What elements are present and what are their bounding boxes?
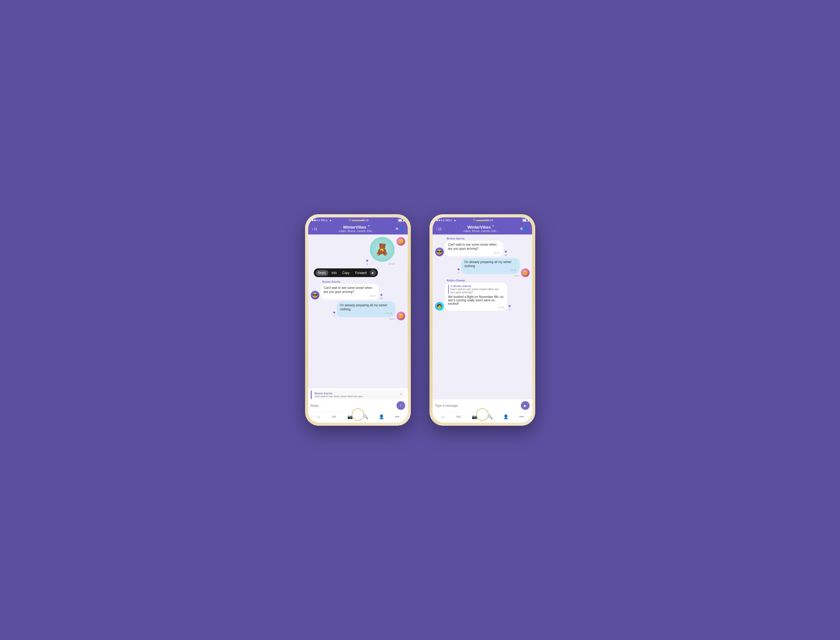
sticker-image: 🧸 [370, 237, 395, 262]
sender-bruno-left: Bruno Garcia [323, 280, 383, 283]
message-row-outgoing-right: 😊 ♥ 2 I'm already preparing all my winte… [435, 258, 530, 277]
heart-bruno-left[interactable]: ♥ 12 [380, 292, 382, 299]
message-row-bruno: 😎 Bruno Garcia Can't wait to see some sn… [311, 280, 405, 299]
context-play-icon[interactable]: ▶ [370, 270, 376, 276]
sticker-heart[interactable]: ♥ 2 [366, 258, 368, 265]
robin-message-text: We booked a flight on November 8th..so w… [448, 295, 504, 306]
message-row-outgoing-left: 😊 ♥ 2 I'm already preparing all my winte… [311, 301, 405, 320]
heart-count-bruno-left: 12 [380, 297, 382, 299]
bubble-outgoing-right: I'm already preparing all my winter clot… [461, 258, 520, 274]
signal-dot-r3 [441, 219, 442, 221]
nav-bar-left: ‹ 11 WinterVibes ˅ Adam, Bruno, Camiia, … [308, 223, 408, 235]
nav-right-left[interactable]: ⊕ 👤 [395, 227, 404, 231]
person-icon-toolbar-right[interactable]: 👤 [502, 413, 509, 420]
signal-dot-4 [318, 219, 320, 221]
sticker-icon-left[interactable]: ☺ [315, 413, 322, 420]
reply-ref-sender: ↳ Bruno Garcia [450, 285, 504, 288]
chat-area-left: ♥ 2 🧸 16:14 😊 Reply Info Copy [308, 235, 408, 388]
avatar-user-left: 😊 [397, 312, 405, 320]
signal-dot-r4 [443, 219, 445, 221]
message-input-right[interactable] [435, 404, 519, 407]
signal-dot-3 [316, 219, 318, 221]
heart-count-outgoing-left: 2 [334, 315, 335, 317]
reply-close-btn[interactable]: × [400, 392, 402, 396]
reply-quote-sender: Bruno Garcia [315, 392, 365, 395]
nav-right-right[interactable]: ⊕ 👤 [520, 227, 528, 231]
wifi-icon-right: ▲ [454, 219, 456, 222]
nav-subtitle-right: Adam, Bruno, Camiia, Eloi... [442, 229, 520, 233]
context-forward[interactable]: Forward [353, 270, 369, 276]
nav-subtitle-left: Adam, Bruno, Camiia, Eloi... [317, 229, 395, 233]
gif-icon-right[interactable]: GIF [455, 413, 462, 420]
sticker-time: 16:14 [370, 262, 395, 265]
heart-bruno-right[interactable]: ♥ 12 [504, 249, 507, 256]
bubble-time-outgoing-right: 16:16 [464, 269, 517, 272]
context-menu: Reply Info Copy Forward ▶ [314, 268, 378, 277]
status-bar-right: BELL ▲ 16:16 [433, 218, 532, 223]
phone-right: BELL ▲ 16:16 ‹ 11 WinterVibe [429, 214, 535, 426]
bubble-time-outgoing-left: 16:16 [340, 312, 392, 315]
more-icon-right[interactable]: ••• [518, 413, 525, 420]
context-reply[interactable]: Reply [316, 270, 329, 276]
home-button-left[interactable] [352, 408, 364, 421]
avatar-user-sticker: 😊 [397, 237, 405, 246]
seen-text-left: Seen [333, 317, 395, 320]
home-button-right[interactable] [476, 408, 489, 421]
phone-left: BELL ▲ 16:16 ‹ 11 WinterVibe [305, 214, 411, 426]
back-chevron-right: ‹ [436, 227, 438, 231]
seen-text-right: Seen [458, 274, 520, 277]
person-icon-toolbar-left[interactable]: 👤 [378, 413, 385, 420]
bubble-bruno-right: Can't wait to see some snow! when are yo… [445, 241, 504, 256]
heart-robin[interactable]: ♥ 3 [509, 304, 511, 311]
bubble-robin: ↳ Bruno Garcia Can't wait to see some sn… [445, 283, 507, 311]
time-left: 16:16 [362, 219, 369, 222]
signal-dot-2 [314, 219, 316, 221]
signal-dot-1 [312, 219, 314, 221]
heart-outgoing-left[interactable]: ♥ 2 [333, 310, 336, 317]
battery-left [398, 219, 404, 222]
back-chevron-left: ‹ [312, 227, 313, 231]
reply-reference: ↳ Bruno Garcia Can't wait to see some sn… [448, 285, 504, 294]
carrier-right: BELL [446, 219, 453, 222]
scene: BELL ▲ 16:16 ‹ 11 WinterVibe [293, 202, 548, 438]
signal-dot-r1 [436, 219, 438, 221]
reply-quote-text: Can't wait to see some snow! when are yo… [315, 395, 365, 398]
sticker-icon-right[interactable]: ☺ [440, 413, 446, 420]
carrier-left: BELL [321, 219, 328, 222]
message-row-bruno-right: 😎 Bruno Garcia Can't wait to see some sn… [435, 237, 530, 256]
send-button-left[interactable]: ↑ [397, 401, 405, 410]
reply-quote: Bruno Garcia Can't wait to see some snow… [311, 390, 405, 399]
more-icon-left[interactable]: ••• [394, 413, 400, 420]
heart-count-bruno-right: 12 [504, 254, 507, 256]
context-info[interactable]: Info [329, 270, 339, 276]
back-count-right: 11 [438, 227, 442, 231]
nav-bar-right: ‹ 11 WinterVibes ˅ Adam, Bruno, Camiia, … [433, 223, 532, 235]
nav-back-right[interactable]: ‹ 11 [436, 227, 442, 231]
back-count-left: 11 [314, 227, 317, 231]
heart-count-outgoing-right: 2 [458, 272, 459, 274]
record-button-right[interactable]: ▶ [521, 401, 530, 410]
nav-title-left: WinterVibes ˅ [317, 225, 395, 229]
person-icon-right: 👤 [524, 227, 528, 231]
heart-outgoing-right[interactable]: ♥ 2 [458, 267, 460, 274]
sticker-message: ♥ 2 🧸 16:14 😊 [311, 237, 405, 265]
bubble-time-bruno-right: 16:15 [448, 251, 501, 254]
avatar-bruno-left: 😎 [311, 291, 319, 299]
add-contact-icon-left: ⊕ [395, 227, 398, 231]
context-copy[interactable]: Copy [340, 270, 352, 276]
sender-bruno-right: Bruno Garcia [447, 237, 507, 240]
reply-ref-text: Can't wait to see some snow! when are yo… [450, 288, 504, 294]
nav-title-right: WinterVibes ˅ [442, 225, 520, 229]
add-contact-icon-right: ⊕ [520, 227, 523, 231]
gif-icon-left[interactable]: GIF [331, 413, 338, 420]
battery-right [522, 219, 528, 222]
status-bar-left: BELL ▲ 16:16 [308, 218, 408, 223]
avatar-user-right: 😊 [521, 268, 530, 277]
bubble-time-robin: 16:16 [448, 306, 504, 309]
bubble-time-bruno-left: 16:15 [324, 294, 376, 298]
bubble-outgoing-left: I'm already preparing all my winter clot… [337, 301, 395, 317]
nav-back-left[interactable]: ‹ 11 [312, 227, 318, 231]
person-icon-left: 👤 [400, 227, 404, 231]
message-row-robin: 🧑 Robin Champ ↳ Bruno Garcia Can't wait … [435, 279, 530, 311]
reply-input[interactable] [311, 404, 395, 407]
